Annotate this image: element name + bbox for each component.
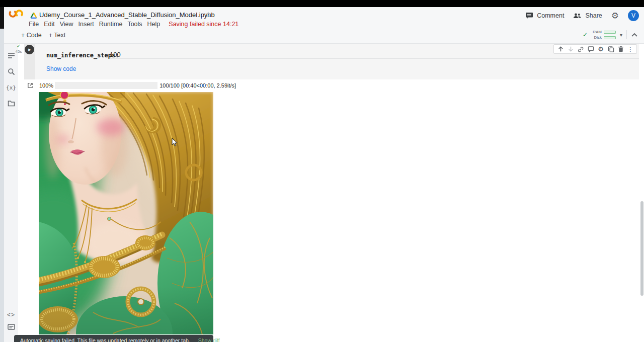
add-comment-icon[interactable]: [587, 46, 594, 53]
tqdm-progress: 100% 100/100 [00:40<00:00, 2.59it/s]: [39, 82, 236, 89]
code-snippets-icon[interactable]: <>: [7, 310, 16, 319]
user-avatar[interactable]: V: [628, 10, 639, 21]
notebook-toolbar: + Code + Text ✓ RAM Disk ▾: [4, 29, 644, 44]
menu-tools[interactable]: Tools: [125, 21, 144, 28]
files-icon[interactable]: [7, 99, 16, 108]
toast-message: Automatic saving failed. This file was u…: [20, 337, 190, 342]
left-sidebar: {x} <>: [4, 44, 18, 342]
generated-image: [39, 92, 213, 334]
menu-runtime[interactable]: Runtime: [97, 21, 125, 28]
header-actions: Comment Share ⚙ V: [525, 10, 639, 21]
cell-more-options-icon[interactable]: ⋮: [627, 46, 633, 53]
star-icon[interactable]: ☆: [205, 10, 211, 19]
code-cell: ▶ num_inference_steps: 100 Show code: [24, 44, 639, 79]
progress-percent: 100%: [39, 82, 53, 89]
cell-settings-gear-icon[interactable]: ⚙: [597, 46, 604, 53]
add-text-button[interactable]: + Text: [49, 32, 65, 39]
menu-file[interactable]: File: [26, 21, 41, 28]
form-field-label: num_inference_steps:: [46, 52, 119, 59]
colab-window: Udemy_Course_1_Advanced_Stable_Diffusion…: [0, 0, 644, 342]
search-icon[interactable]: [7, 67, 16, 76]
left-window-edge: [0, 29, 4, 342]
people-icon: [573, 13, 582, 19]
menubar: File Edit View Insert Runtime Tools Help…: [26, 21, 240, 28]
runtime-connected-check-icon: ✓: [583, 31, 588, 38]
vertical-scrollbar[interactable]: [640, 201, 643, 296]
play-icon: ▶: [28, 48, 31, 52]
settings-gear-icon[interactable]: ⚙: [611, 12, 619, 20]
autosave-failed-toast: Automatic saving failed. This file was u…: [14, 335, 213, 342]
variables-icon[interactable]: {x}: [7, 83, 16, 92]
comment-button[interactable]: Comment: [525, 12, 564, 19]
header: Udemy_Course_1_Advanced_Stable_Diffusion…: [4, 7, 644, 29]
ram-usage-bar: [604, 31, 616, 34]
share-label: Share: [585, 12, 602, 19]
cell-toolbar: ⚙ ⋮: [553, 44, 637, 54]
show-code-link[interactable]: Show code: [46, 65, 76, 72]
notebook-area: ✓ 45s ▶ num_inference_steps: 100 Show co…: [18, 44, 644, 342]
cell-execution-indicator: ✓ 45s: [14, 44, 23, 54]
collapse-sections-chevron-icon[interactable]: [631, 32, 638, 37]
resource-monitor[interactable]: RAM Disk: [592, 30, 616, 40]
share-button[interactable]: Share: [573, 12, 602, 19]
ram-label: RAM: [592, 30, 602, 34]
progress-bar: [55, 82, 157, 89]
menu-help[interactable]: Help: [145, 21, 163, 28]
move-cell-down-icon[interactable]: [567, 46, 574, 53]
comment-icon: [525, 12, 533, 19]
window-letterbox-bar: [0, 0, 644, 7]
copy-link-to-cell-icon[interactable]: [577, 46, 584, 53]
resources-dropdown-caret-icon[interactable]: ▾: [620, 32, 622, 38]
output-options-icon[interactable]: [27, 82, 33, 89]
terminal-icon[interactable]: [7, 322, 16, 331]
mirror-cell-icon[interactable]: [607, 46, 614, 53]
execution-success-check-icon: ✓: [14, 44, 23, 49]
mouse-cursor: [172, 138, 178, 147]
disk-label: Disk: [592, 35, 602, 40]
disk-usage-bar: [604, 36, 616, 39]
notebook-filename[interactable]: Udemy_Course_1_Advanced_Stable_Diffusion…: [39, 11, 215, 19]
move-cell-up-icon[interactable]: [557, 46, 564, 53]
toolbar-divider: [626, 30, 627, 39]
left-window-edge-top: [0, 7, 4, 29]
add-code-button[interactable]: + Code: [21, 32, 42, 39]
menu-view[interactable]: View: [57, 21, 76, 28]
form-input-value: 100: [110, 51, 121, 58]
run-cell-button[interactable]: ▶: [25, 45, 34, 54]
saving-status[interactable]: Saving failed since 14:21: [167, 21, 240, 28]
cell-form-section: ▶ num_inference_steps: 100 Show code: [24, 44, 639, 79]
delete-cell-trash-icon[interactable]: [617, 46, 624, 53]
menu-edit[interactable]: Edit: [41, 21, 57, 28]
progress-status: 100/100 [00:40<00:00, 2.59it/s]: [159, 82, 236, 89]
cell-gutter: ▶: [24, 44, 35, 79]
execution-time: 45s: [14, 49, 23, 54]
show-diff-link[interactable]: Show diff: [198, 337, 220, 342]
drive-icon: [30, 12, 37, 19]
menu-insert[interactable]: Insert: [76, 21, 97, 28]
comment-label: Comment: [537, 12, 564, 19]
colab-logo-icon[interactable]: [8, 9, 24, 18]
